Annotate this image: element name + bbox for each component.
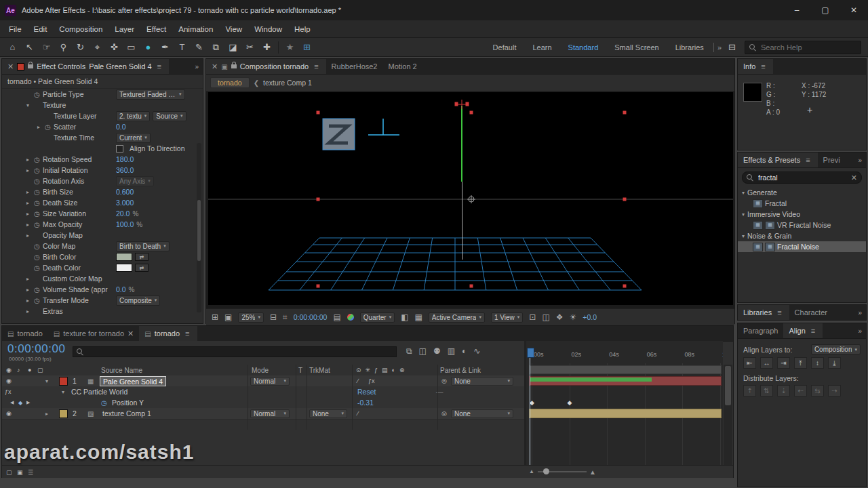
- property-dropdown[interactable]: 2. textu▾: [116, 111, 150, 121]
- close-icon[interactable]: ✕: [127, 329, 134, 338]
- close-button[interactable]: ✕: [840, 0, 868, 20]
- preset-item-row[interactable]: ▦Fractal: [738, 198, 866, 209]
- expander-icon[interactable]: ▸: [26, 200, 34, 206]
- current-time-display[interactable]: 0:00:00:00: [294, 313, 328, 321]
- current-time-indicator-line[interactable]: [530, 348, 530, 465]
- t-header[interactable]: T: [298, 365, 302, 375]
- timeline-zoom-handle[interactable]: [543, 468, 549, 474]
- blend-mode-select[interactable]: Normal▾: [250, 377, 290, 386]
- view-layout-select[interactable]: 1 View▾: [491, 312, 523, 323]
- expander-icon[interactable]: ▾: [45, 375, 48, 386]
- property-value[interactable]: 180.0: [116, 155, 134, 163]
- chevron-right-icon[interactable]: »: [854, 152, 866, 167]
- checkbox[interactable]: [116, 145, 123, 152]
- timeline-scrollbar[interactable]: [724, 365, 732, 465]
- composition-viewer[interactable]: [206, 92, 734, 308]
- current-time-indicator-handle[interactable]: [527, 348, 534, 358]
- expander-icon[interactable]: ▸: [37, 124, 45, 130]
- stopwatch-icon[interactable]: ◷: [34, 167, 43, 174]
- expander-icon[interactable]: ▸: [26, 189, 34, 195]
- prev-keyframe-icon[interactable]: ◀: [10, 397, 14, 408]
- scrollbar[interactable]: [197, 143, 201, 312]
- workspace-switcher-icon[interactable]: ⊟: [724, 42, 741, 52]
- expander-icon[interactable]: ▾: [26, 102, 34, 108]
- timeline-search-input[interactable]: [87, 346, 381, 358]
- pixel-aspect-icon[interactable]: ⊡: [529, 312, 536, 322]
- clear-search-icon[interactable]: ✕: [851, 174, 857, 182]
- scrollbar-thumb[interactable]: [197, 200, 201, 261]
- frame-blending-icon[interactable]: ▥: [448, 346, 455, 356]
- panel-menu-icon[interactable]: ≡: [759, 62, 767, 70]
- zoom-in-mountain-icon[interactable]: ▲: [589, 468, 596, 476]
- distribute-center-h-icon[interactable]: ⇆: [811, 385, 824, 396]
- effect-property-row[interactable]: ▾Texture: [2, 100, 203, 110]
- keyframe-at-time-icon[interactable]: ◆: [18, 397, 22, 408]
- draft-3d-icon[interactable]: ◫: [419, 346, 427, 356]
- layer-name[interactable]: texture Comp 1: [102, 408, 151, 419]
- menu-view[interactable]: View: [219, 25, 248, 33]
- property-dropdown[interactable]: Current▾: [116, 133, 151, 143]
- tab-effects-presets[interactable]: Effects & Presets ≡: [738, 152, 818, 167]
- workspace-libraries[interactable]: Libraries: [667, 43, 712, 52]
- column-divider[interactable]: [296, 365, 296, 430]
- fx-switch-icon[interactable]: ƒx: [368, 375, 375, 386]
- help-search-input[interactable]: [760, 43, 844, 52]
- exposure-value[interactable]: +0.0: [583, 313, 597, 321]
- effect-property-row[interactable]: ▸◷Scatter0.0: [2, 121, 203, 132]
- stopwatch-icon[interactable]: ◷: [34, 199, 43, 207]
- column-divider[interactable]: [248, 365, 248, 430]
- tab-composition-tornado[interactable]: ✕ ▣ Composition tornado ≡: [206, 59, 326, 74]
- tab-rubberhose2[interactable]: RubberHose2: [326, 59, 383, 74]
- workspace-learn[interactable]: Learn: [524, 43, 559, 52]
- tab-timeline-tornado-2[interactable]: ▤ tornado ≡: [139, 326, 197, 341]
- fast-previews-icon[interactable]: ◫: [542, 312, 549, 322]
- tab-timeline-texture[interactable]: ▤ texture for tornado ✕: [48, 326, 140, 341]
- breadcrumb-comp-chip[interactable]: tornado: [210, 77, 250, 88]
- expander-icon[interactable]: ▾: [62, 386, 64, 397]
- lock-icon[interactable]: [231, 64, 237, 68]
- expander-icon[interactable]: ▸: [26, 157, 34, 163]
- property-name[interactable]: Position Y: [112, 397, 144, 408]
- ruler-icon[interactable]: ⌗: [283, 312, 288, 322]
- effects-search[interactable]: ✕: [742, 171, 862, 184]
- scrollbar-thumb[interactable]: [725, 366, 731, 405]
- magnification-select[interactable]: 25%▾: [238, 312, 264, 323]
- property-value[interactable]: 20.0: [116, 209, 130, 218]
- mask-visibility-icon[interactable]: ⊟: [270, 312, 277, 322]
- distribute-left-icon[interactable]: ⇠: [794, 385, 807, 396]
- selection-tool[interactable]: ↖: [21, 42, 38, 52]
- trkmat-header[interactable]: TrkMat: [309, 365, 330, 375]
- lock-icon[interactable]: [28, 64, 33, 68]
- preset-category-row[interactable]: ▾Immersive Video: [738, 209, 866, 220]
- effect-property-row[interactable]: ▸◷Transfer ModeComposite▾: [2, 295, 203, 306]
- home-tool[interactable]: ⌂: [4, 42, 21, 52]
- panel-menu-icon[interactable]: ≡: [183, 329, 191, 338]
- stopwatch-icon[interactable]: ◷: [34, 156, 43, 163]
- align-bottom-icon[interactable]: ⤓: [828, 357, 841, 369]
- expander-icon[interactable]: ▸: [26, 222, 34, 228]
- toggle-inout-pane-icon[interactable]: ☰: [28, 467, 33, 478]
- menu-file[interactable]: File: [3, 25, 28, 33]
- stopwatch-icon[interactable]: ◷: [34, 91, 43, 98]
- preset-item-row[interactable]: ▦▦Fractal Noise: [738, 241, 866, 252]
- distribute-center-v-icon[interactable]: ⇅: [760, 385, 773, 396]
- property-dropdown[interactable]: Birth to Death▾: [116, 241, 170, 251]
- parent-select[interactable]: None▾: [451, 377, 513, 386]
- clone-stamp-tool[interactable]: ⧉: [208, 42, 224, 53]
- quality-switch-icon[interactable]: ∕: [357, 408, 359, 419]
- layer1-color-swatch[interactable]: [59, 377, 68, 386]
- effect-property-row[interactable]: Align To Direction: [2, 143, 203, 154]
- property-value[interactable]: 0.0: [116, 285, 126, 293]
- stopwatch-icon[interactable]: ◷: [34, 178, 43, 185]
- stopwatch-icon[interactable]: ◷: [34, 286, 43, 293]
- effect-reset-link[interactable]: Reset: [357, 386, 376, 397]
- close-icon[interactable]: ✕: [212, 62, 218, 71]
- effect-property-row[interactable]: ▸◷Death Size3.000: [2, 197, 203, 208]
- help-search[interactable]: [745, 41, 861, 54]
- distribute-right-icon[interactable]: ⇢: [828, 385, 841, 396]
- tab-preview[interactable]: Previ: [818, 152, 846, 167]
- property-value[interactable]: 360.0: [116, 166, 134, 174]
- layer2-color-swatch[interactable]: [59, 409, 68, 418]
- stopwatch-icon[interactable]: ◷: [34, 243, 43, 250]
- fx-badge-icon[interactable]: ƒx: [5, 386, 12, 397]
